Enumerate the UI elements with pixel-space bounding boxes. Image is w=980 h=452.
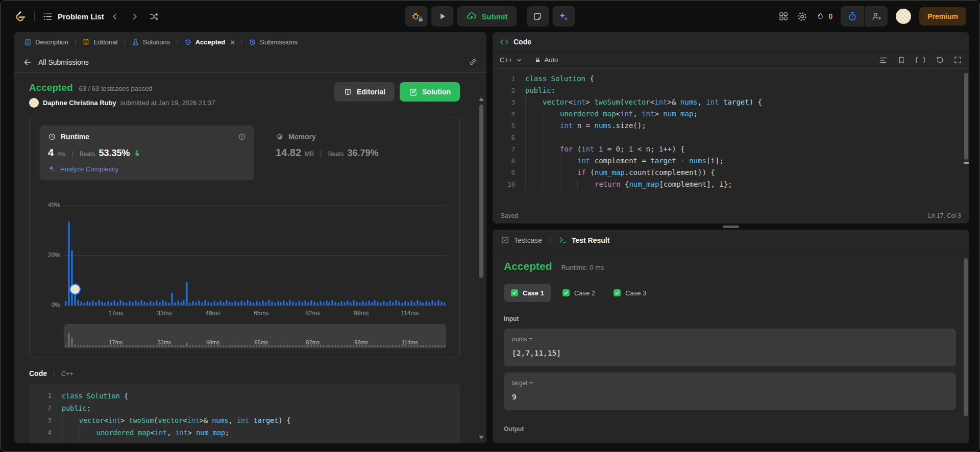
tab-test-result[interactable]: Test Result xyxy=(558,236,609,244)
tab-label: Testcase xyxy=(514,236,542,244)
case-tab-1[interactable]: Case 1 xyxy=(504,284,551,302)
runtime-bar xyxy=(244,302,246,305)
runtime-bar xyxy=(177,300,179,305)
solution-button[interactable]: Solution xyxy=(400,82,460,102)
resize-pill[interactable] xyxy=(723,225,739,228)
minimap-bar xyxy=(122,345,124,347)
leetcode-logo[interactable] xyxy=(14,10,26,22)
scrollbar-thumb[interactable] xyxy=(479,105,483,278)
user-avatar[interactable] xyxy=(896,9,911,24)
problem-list-button[interactable]: Problem List xyxy=(43,12,104,21)
scroll-up-arrow[interactable] xyxy=(479,97,484,101)
indent-guide xyxy=(560,167,577,179)
info-icon[interactable] xyxy=(238,133,246,141)
invite-collaborator-button[interactable] xyxy=(864,6,888,27)
tab-editorial[interactable]: Editorial xyxy=(78,38,121,46)
shuffle-button[interactable] xyxy=(146,8,162,24)
minimap-bar xyxy=(283,345,285,347)
minimap-bar xyxy=(177,345,179,347)
copy-link-button[interactable] xyxy=(469,58,477,66)
input-field-nums[interactable]: nums = [2,7,11,15] xyxy=(504,329,956,366)
minimap-bar xyxy=(320,345,321,347)
analyze-label: Analyze Complexity xyxy=(60,165,118,173)
minimap-bar xyxy=(126,345,127,347)
minimap-bar xyxy=(404,345,406,347)
shuffle-icon xyxy=(149,12,159,21)
runtime-bar xyxy=(226,300,227,305)
premium-button[interactable]: Premium xyxy=(919,7,966,26)
chart-plot-area[interactable]: 0%20%40% xyxy=(64,193,446,306)
user-runtime-marker[interactable] xyxy=(69,284,81,295)
runtime-bar xyxy=(256,301,257,305)
bookmark-button[interactable] xyxy=(897,56,905,64)
runtime-bar xyxy=(265,302,266,305)
back-button[interactable] xyxy=(23,58,32,67)
close-icon[interactable]: × xyxy=(230,38,235,46)
panel-resize-handle[interactable] xyxy=(493,223,969,230)
tab-testcase[interactable]: Testcase xyxy=(501,236,542,244)
runtime-bar xyxy=(83,303,85,305)
tab-submissions[interactable]: Submissions xyxy=(244,38,302,46)
line-number: 9 xyxy=(493,167,515,179)
minimap-bar xyxy=(241,345,242,347)
debug-button[interactable] xyxy=(405,6,428,27)
author-name[interactable]: Daphne Christina Ruby xyxy=(43,99,116,107)
runtime-bar xyxy=(65,301,66,305)
case-tab-3[interactable]: Case 3 xyxy=(606,284,653,302)
tab-description[interactable]: Description xyxy=(20,38,72,46)
minimap-bar xyxy=(356,345,357,347)
scrollbar-notch[interactable] xyxy=(964,162,969,164)
submit-button[interactable]: Submit xyxy=(457,6,517,27)
notes-button[interactable] xyxy=(526,6,549,27)
timer-button[interactable] xyxy=(841,6,864,27)
code-line: 3vector<int> twoSum(vector<int>& nums, i… xyxy=(29,414,460,426)
minimap-bar xyxy=(86,345,88,347)
braces-format-icon[interactable]: { } xyxy=(915,56,926,64)
fullscreen-button[interactable] xyxy=(953,56,962,64)
run-button[interactable] xyxy=(431,6,454,27)
gear-icon xyxy=(797,11,807,22)
input-field-target[interactable]: target = 9 xyxy=(504,372,956,410)
memory-tile[interactable]: Memory 14.82 MB | Beats 36.79% xyxy=(276,125,378,159)
runtime-bar xyxy=(216,302,218,305)
line-number: 8 xyxy=(493,155,515,167)
streak-counter[interactable]: 0 xyxy=(816,12,832,21)
reset-code-button[interactable] xyxy=(936,56,944,64)
minimap-bar xyxy=(329,345,330,347)
code-editor-content[interactable]: 1class Solution {2public:3vector<int> tw… xyxy=(493,69,969,208)
history-icon xyxy=(249,38,256,46)
scrollbar-thumb[interactable] xyxy=(964,258,968,416)
prev-problem-button[interactable] xyxy=(107,8,124,24)
back-label[interactable]: All Submissions xyxy=(38,58,89,66)
autocomplete-toggle[interactable]: Auto xyxy=(534,56,558,64)
scroll-down-arrow[interactable] xyxy=(479,436,484,439)
next-problem-button[interactable] xyxy=(127,8,143,24)
runtime-bar xyxy=(441,302,443,305)
editor-title: Code xyxy=(513,38,531,46)
language-selector[interactable]: C++ xyxy=(500,56,522,64)
runtime-bar xyxy=(189,303,191,305)
minimap-bar xyxy=(413,345,415,347)
runtime-tile[interactable]: Runtime 4 ms | Beats 53.35% xyxy=(40,125,254,180)
format-code-button[interactable] xyxy=(879,56,888,65)
testcase-tabbar: Testcase | Test Result xyxy=(493,230,969,251)
runtime-bar xyxy=(129,301,130,305)
case-tab-2[interactable]: Case 2 xyxy=(555,284,602,302)
runtime-bar xyxy=(232,303,233,305)
settings-button[interactable] xyxy=(797,11,807,22)
editorial-button[interactable]: Editorial xyxy=(334,82,395,102)
minimap-bar xyxy=(171,345,173,347)
scrollbar[interactable] xyxy=(479,97,484,439)
scrollbar-thumb[interactable] xyxy=(964,73,968,160)
runtime-bar xyxy=(195,302,197,305)
analyze-complexity-link[interactable]: Analyze Complexity xyxy=(48,165,246,173)
runtime-bar xyxy=(68,221,69,305)
layout-switcher-button[interactable] xyxy=(778,11,789,21)
submitted-code-block[interactable]: 1class Solution {2public:3vector<int> tw… xyxy=(29,384,460,443)
ai-assistant-button[interactable] xyxy=(552,6,575,27)
tab-solutions[interactable]: Solutions xyxy=(128,38,174,46)
tab-accepted[interactable]: Accepted × xyxy=(180,38,239,46)
chart-minimap-brush[interactable]: 17ms33ms49ms65ms82ms98ms114ms xyxy=(64,324,446,348)
problem-list-icon xyxy=(43,12,53,21)
indent-guide xyxy=(577,179,595,190)
